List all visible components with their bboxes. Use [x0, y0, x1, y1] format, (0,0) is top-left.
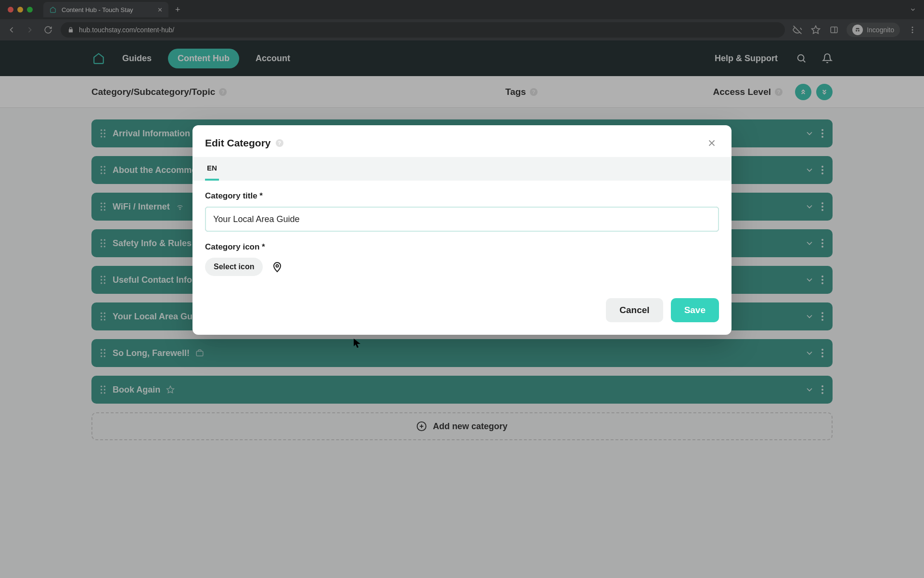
cancel-button[interactable]: Cancel	[606, 298, 663, 322]
close-icon[interactable]	[705, 136, 719, 150]
help-icon[interactable]: ?	[276, 139, 283, 147]
category-icon-label: Category icon *	[205, 242, 719, 252]
select-icon-button[interactable]: Select icon	[205, 258, 263, 276]
modal-title: Edit Category	[205, 137, 271, 149]
pin-icon	[271, 261, 283, 273]
edit-category-modal: Edit Category ? EN Category title * Cate…	[192, 125, 732, 335]
svg-point-92	[276, 265, 279, 267]
language-tabs: EN	[192, 157, 732, 181]
category-title-label: Category title *	[205, 191, 719, 201]
lang-tab-en[interactable]: EN	[205, 157, 219, 181]
category-title-input[interactable]	[205, 207, 719, 232]
save-button[interactable]: Save	[671, 298, 719, 322]
modal-overlay[interactable]: Edit Category ? EN Category title * Cate…	[0, 0, 924, 578]
